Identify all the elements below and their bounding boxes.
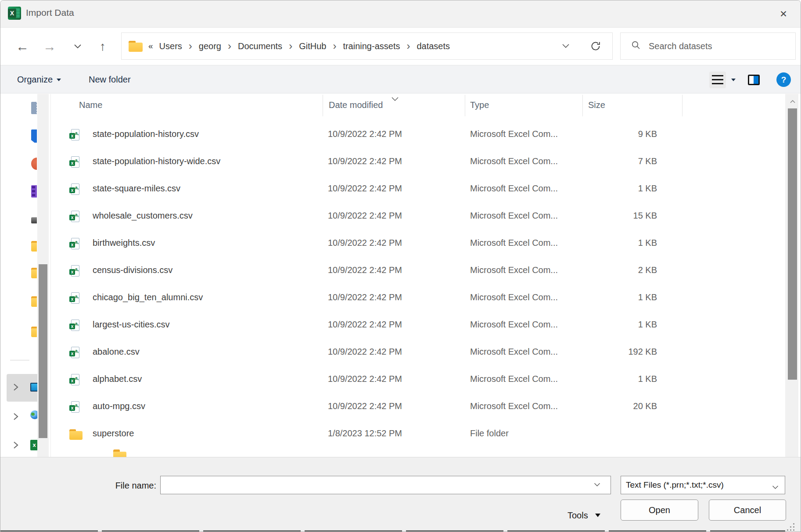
import-data-dialog: X Import Data ✕ ← → ↑ « Users›georg›Docu… bbox=[0, 0, 801, 532]
breadcrumb-item[interactable]: Documents bbox=[238, 41, 282, 51]
folder-icon[interactable] bbox=[31, 327, 37, 338]
recent-locations-chevron-icon[interactable] bbox=[68, 28, 87, 65]
file-size: 1 KB bbox=[569, 292, 657, 302]
excel-file-icon[interactable]: x bbox=[30, 440, 37, 453]
file-date-modified: 10/9/2022 2:42 PM bbox=[328, 292, 402, 302]
breadcrumb-item[interactable]: Users bbox=[159, 41, 182, 51]
file-type-icon: xa, bbox=[69, 211, 83, 223]
column-separator[interactable] bbox=[323, 95, 323, 116]
orange-circle-icon[interactable] bbox=[31, 158, 37, 170]
library-icon[interactable] bbox=[31, 185, 37, 198]
folder-icon[interactable] bbox=[31, 268, 37, 279]
ruler-icon[interactable] bbox=[31, 102, 37, 114]
tree-expand-chevron-icon[interactable] bbox=[13, 412, 22, 421]
table-row[interactable]: xa, chicago_big_ten_alumni.csv 10/9/2022… bbox=[44, 284, 786, 312]
title-bar: X Import Data ✕ bbox=[0, 0, 801, 28]
view-mode-chevron-icon[interactable] bbox=[731, 79, 736, 81]
table-row[interactable]: xa, alphabet.csv 10/9/2022 2:42 PM Micro… bbox=[44, 366, 786, 393]
excel-csv-icon: xa, bbox=[69, 347, 83, 359]
column-header-size[interactable]: Size bbox=[588, 100, 605, 110]
file-date-modified: 10/9/2022 2:42 PM bbox=[328, 347, 402, 357]
table-row[interactable]: xa, auto-mpg.csv 10/9/2022 2:42 PM Micro… bbox=[44, 393, 786, 421]
column-separator[interactable] bbox=[465, 95, 465, 116]
folder-icon[interactable] bbox=[31, 296, 37, 308]
refresh-icon[interactable] bbox=[590, 33, 601, 59]
breadcrumb-item[interactable]: datasets bbox=[417, 41, 450, 51]
list-scrollbar-thumb[interactable] bbox=[788, 108, 797, 380]
table-row[interactable]: xa, superstore 1/8/2023 12:52 PM File fo… bbox=[44, 421, 786, 448]
drive-icon[interactable] bbox=[31, 217, 37, 223]
column-separator[interactable] bbox=[582, 95, 583, 116]
file-size: 20 KB bbox=[569, 401, 657, 411]
table-row[interactable]: xa, largest-us-cities.csv 10/9/2022 2:42… bbox=[44, 312, 786, 339]
window-title: Import Data bbox=[26, 7, 74, 18]
file-type: Microsoft Excel Com... bbox=[470, 211, 558, 221]
file-type-select[interactable]: Text Files (*.prn;*.txt;*.csv) bbox=[621, 476, 785, 494]
file-name: largest-us-cities.csv bbox=[93, 320, 170, 330]
table-row[interactable]: xa, state-population-history-wide.csv 10… bbox=[44, 148, 786, 176]
tree-expand-chevron-icon[interactable] bbox=[13, 441, 22, 449]
close-icon[interactable]: ✕ bbox=[776, 7, 791, 22]
search-input[interactable]: Search datasets bbox=[620, 32, 796, 60]
window-bottom-edge bbox=[0, 530, 785, 532]
file-type-icon: xa, bbox=[69, 238, 83, 250]
file-type-value: Text Files (*.prn;*.txt;*.csv) bbox=[626, 480, 724, 490]
file-type-icon: xa, bbox=[69, 265, 83, 277]
this-pc-monitor-icon[interactable] bbox=[30, 383, 37, 393]
breadcrumb-item[interactable]: training-assets bbox=[343, 41, 400, 51]
folder-icon[interactable] bbox=[31, 241, 37, 252]
back-arrow-icon[interactable]: ← bbox=[12, 28, 33, 65]
column-header-name[interactable]: Name bbox=[79, 100, 102, 110]
file-name-input[interactable] bbox=[160, 476, 611, 494]
preview-pane-icon[interactable] bbox=[748, 75, 760, 85]
excel-app-icon: X bbox=[8, 7, 21, 20]
file-size: 15 KB bbox=[569, 211, 657, 221]
open-button[interactable]: Open bbox=[621, 500, 698, 521]
view-mode-button[interactable] bbox=[709, 72, 726, 88]
table-row[interactable]: xa, birthweights.csv 10/9/2022 2:42 PM M… bbox=[44, 230, 786, 257]
new-folder-button[interactable]: New folder bbox=[89, 65, 131, 94]
breadcrumb-chevron-icon[interactable]: › bbox=[221, 42, 238, 50]
table-row[interactable]: xa, abalone.csv 10/9/2022 2:42 PM Micros… bbox=[44, 339, 786, 366]
breadcrumb-chevron-icon[interactable]: › bbox=[182, 42, 199, 50]
sidebar-divider bbox=[10, 360, 29, 360]
network-globe-icon[interactable] bbox=[30, 410, 37, 423]
tools-button[interactable]: Tools bbox=[568, 505, 600, 526]
help-icon[interactable]: ? bbox=[776, 72, 791, 87]
table-row[interactable]: xa, state-square-miles.csv 10/9/2022 2:4… bbox=[44, 176, 786, 203]
excel-csv-icon: xa, bbox=[69, 156, 83, 168]
folder-icon bbox=[69, 428, 83, 440]
file-size: 2 KB bbox=[569, 265, 657, 275]
table-row[interactable]: xa, state-population-history.csv 10/9/20… bbox=[44, 121, 786, 148]
file-type: Microsoft Excel Com... bbox=[470, 156, 558, 166]
file-name: wholesale_customers.csv bbox=[93, 211, 193, 221]
tree-expand-chevron-icon[interactable] bbox=[13, 383, 22, 392]
file-type: Microsoft Excel Com... bbox=[470, 183, 558, 194]
table-row[interactable]: xa, wholesale_customers.csv 10/9/2022 2:… bbox=[44, 203, 786, 230]
address-dropdown-chevron-icon[interactable] bbox=[562, 33, 569, 59]
breadcrumb-chevron-icon[interactable]: › bbox=[400, 42, 417, 50]
notebook-icon[interactable] bbox=[31, 129, 37, 143]
up-arrow-icon[interactable]: ↑ bbox=[93, 28, 113, 65]
sort-indicator-chevron-icon bbox=[391, 94, 399, 104]
breadcrumb-chevron-icon[interactable]: › bbox=[282, 42, 299, 50]
breadcrumb-item[interactable]: georg bbox=[199, 41, 221, 51]
file-type: Microsoft Excel Com... bbox=[470, 320, 558, 330]
column-header-date-modified[interactable]: Date modified bbox=[329, 100, 383, 110]
column-header-type[interactable]: Type bbox=[470, 100, 489, 110]
cancel-button[interactable]: Cancel bbox=[709, 500, 786, 521]
breadcrumb-overflow-chevrons[interactable]: « bbox=[148, 41, 153, 51]
breadcrumb-item[interactable]: GitHub bbox=[299, 41, 326, 51]
address-bar[interactable]: « Users›georg›Documents›GitHub›training-… bbox=[121, 32, 613, 60]
file-type: Microsoft Excel Com... bbox=[470, 129, 558, 139]
organize-button[interactable]: Organize bbox=[17, 65, 61, 94]
scrollbar-up-arrow-icon[interactable] bbox=[790, 97, 796, 105]
excel-csv-icon: xa, bbox=[69, 211, 83, 223]
file-type: File folder bbox=[470, 428, 509, 439]
column-separator[interactable] bbox=[682, 95, 682, 116]
file-list-body: xa, state-population-history.csv 10/9/20… bbox=[44, 121, 786, 448]
resize-grip[interactable] bbox=[787, 523, 795, 532]
breadcrumb-chevron-icon[interactable]: › bbox=[326, 42, 343, 50]
table-row[interactable]: xa, census-divisions.csv 10/9/2022 2:42 … bbox=[44, 257, 786, 284]
forward-arrow-icon[interactable]: → bbox=[39, 28, 60, 65]
